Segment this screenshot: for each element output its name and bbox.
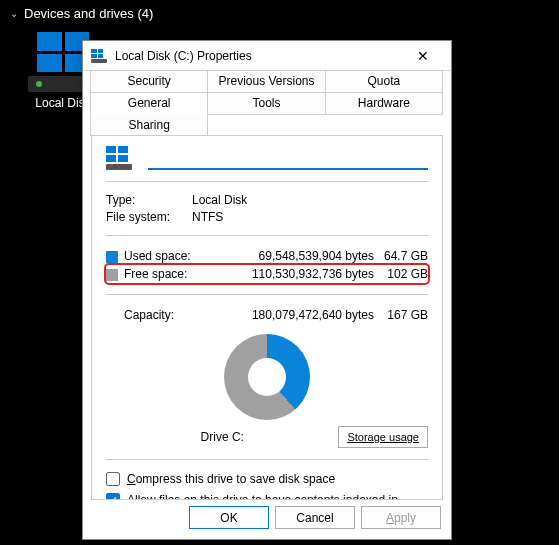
capacity-row: Capacity: 180,079,472,640 bytes 167 GB [106,306,428,324]
used-bytes: 69,548,539,904 bytes [212,247,374,265]
tab-quota[interactable]: Quota [325,70,443,93]
index-checkbox-row[interactable]: ✓ Allow files on this drive to have cont… [106,492,428,500]
type-label: Type: [106,193,184,207]
space-table: Used space: 69,548,539,904 bytes 64.7 GB… [106,247,428,283]
capacity-bytes: 180,079,472,640 bytes [197,306,374,324]
free-space-row: Free space: 110,530,932,736 bytes 102 GB [106,265,428,283]
drive-letter-label: Drive C: [106,430,338,444]
capacity-gb: 167 GB [374,306,428,324]
ok-button[interactable]: OK [189,506,269,529]
apply-button[interactable]: Apply [361,506,441,529]
dialog-titlebar: Local Disk (C:) Properties ✕ [83,41,451,71]
type-value: Local Disk [192,193,428,207]
tab-sharing[interactable]: Sharing [90,114,208,136]
index-checkbox[interactable]: ✓ [106,493,120,500]
free-label: Free space: [124,265,212,283]
used-space-row: Used space: 69,548,539,904 bytes 64.7 GB [106,247,428,265]
used-label: Used space: [124,247,212,265]
dialog-buttons: OK Cancel Apply [83,506,451,539]
tab-security[interactable]: Security [90,70,208,93]
explorer-section-header[interactable]: ⌄ Devices and drives (4) [0,0,559,27]
tab-strip: Security Previous Versions Quota General… [83,71,451,136]
filesystem-value: NTFS [192,210,428,224]
tab-body-general: Type: Local Disk File system: NTFS Used … [91,135,443,500]
usage-donut-icon [224,334,310,420]
index-label: Allow files on this drive to have conten… [127,492,428,500]
tab-general[interactable]: General [90,92,208,115]
compress-checkbox-row[interactable]: Compress this drive to save disk space [106,471,428,487]
storage-usage-button[interactable]: Storage usage [338,426,428,448]
dialog-title: Local Disk (C:) Properties [115,49,403,63]
free-gb: 102 GB [374,265,428,283]
cancel-button[interactable]: Cancel [275,506,355,529]
free-bytes: 110,530,932,736 bytes [212,265,374,283]
filesystem-label: File system: [106,210,184,224]
compress-checkbox[interactable] [106,472,120,486]
capacity-label: Capacity: [124,306,197,324]
section-title: Devices and drives (4) [24,6,153,21]
properties-dialog: Local Disk (C:) Properties ✕ Security Pr… [82,40,452,540]
tab-hardware[interactable]: Hardware [325,92,443,115]
used-gb: 64.7 GB [374,247,428,265]
tab-tools[interactable]: Tools [207,92,325,115]
drive-icon [106,146,134,170]
compress-label: Compress this drive to save disk space [127,471,335,487]
close-button[interactable]: ✕ [403,42,443,70]
drive-name-input[interactable] [148,146,428,170]
tab-previous-versions[interactable]: Previous Versions [207,70,325,93]
drive-icon [91,49,107,63]
chevron-down-icon: ⌄ [10,8,18,19]
free-color-icon [106,269,118,281]
used-color-icon [106,251,118,263]
